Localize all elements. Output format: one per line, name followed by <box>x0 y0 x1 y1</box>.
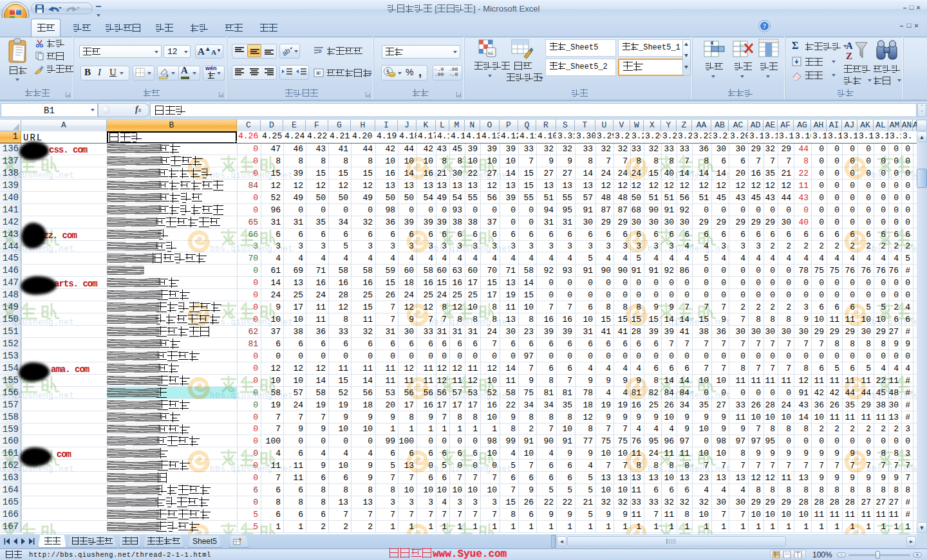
svg-text:ab: ab <box>281 46 292 57</box>
svg-text:A: A <box>846 41 853 51</box>
svg-text:?: ? <box>763 23 766 30</box>
svg-text:a: a <box>317 71 319 75</box>
svg-text:s≤: s≤ <box>488 50 494 56</box>
svg-text:Z: Z <box>846 51 852 61</box>
